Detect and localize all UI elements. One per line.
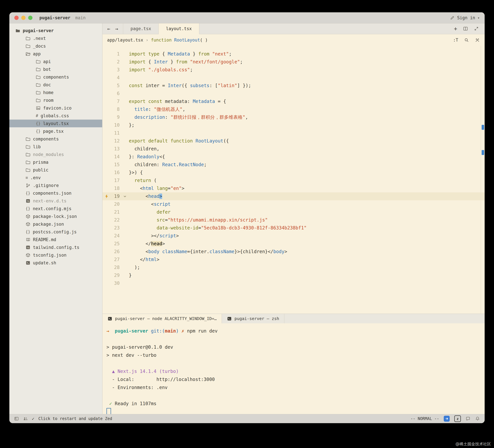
code-line-19[interactable]: 19 <head> xyxy=(102,192,485,200)
tree-item-favicon.ico[interactable]: favicon.ico xyxy=(9,104,102,112)
tree-item-pugai-server[interactable]: pugai-server xyxy=(9,27,102,35)
terminal-tab-inactive[interactable]: pugai-server — zsh xyxy=(222,314,284,323)
code-line-23[interactable]: 23 data-website-id="5ec0a18b-dcb3-4930-8… xyxy=(102,224,485,232)
zed-menu-icon[interactable]: z xyxy=(454,415,461,422)
tree-item-README.md[interactable]: README.md xyxy=(9,236,102,243)
tree-item-node_modules[interactable]: node_modules xyxy=(9,151,102,158)
code-line-28[interactable]: 28 ); xyxy=(102,264,485,271)
tree-item-prisma[interactable]: prisma xyxy=(9,158,102,166)
code-actions-icon[interactable] xyxy=(475,37,480,43)
sign-in-button[interactable]: Sign in ▾ xyxy=(450,15,480,20)
code-line-24[interactable]: 24 ></script> xyxy=(102,232,485,240)
code-line-26[interactable]: 26 <body className={inter.className}>{ch… xyxy=(102,248,485,256)
code-line-2[interactable]: 2import { Inter } from "next/font/google… xyxy=(102,58,485,66)
code-line-15[interactable]: 15 children: React.ReactNode; xyxy=(102,161,485,169)
tree-item-update.sh[interactable]: update.sh xyxy=(9,259,102,267)
tree-item-package-lock.json[interactable]: package-lock.json xyxy=(9,212,102,220)
code-line-8[interactable]: 8 title: "微信机器人", xyxy=(102,105,485,113)
tree-item-components[interactable]: components xyxy=(9,135,102,143)
code-line-3[interactable]: 3import "./globals.css"; xyxy=(102,66,485,74)
code-line-17[interactable]: 17 return ( xyxy=(102,177,485,184)
tree-item-globals.css[interactable]: #globals.css xyxy=(9,112,102,120)
tree-item-lib[interactable]: lib xyxy=(9,143,102,151)
minimize-window-button[interactable] xyxy=(21,16,25,20)
code-line-11[interactable]: 11 xyxy=(102,129,485,137)
code-line-4[interactable]: 4 xyxy=(102,74,485,82)
maximize-window-button[interactable] xyxy=(28,16,32,20)
terminal-tab-active[interactable]: pugai-server — node ALACRITTY_WINDOW_ID=… xyxy=(102,314,222,323)
code-line-13[interactable]: 13 children, xyxy=(102,145,485,153)
code-line-16[interactable]: 16}>) { xyxy=(102,169,485,177)
code-line-10[interactable]: 10}; xyxy=(102,121,485,129)
nav-forward-button[interactable]: → xyxy=(115,26,118,32)
package-icon xyxy=(25,214,30,219)
tree-item-api[interactable]: api xyxy=(9,58,102,65)
new-tab-button[interactable]: + xyxy=(454,26,457,31)
zoom-editor-icon[interactable] xyxy=(474,26,479,31)
code-editor[interactable]: 1import type { Metadata } from "next";2i… xyxy=(102,46,485,314)
code-line-1[interactable]: 1import type { Metadata } from "next"; xyxy=(102,50,485,58)
tree-item-components[interactable]: components xyxy=(9,73,102,81)
tree-item-postcss.config.js[interactable]: {}postcss.config.js xyxy=(9,228,102,236)
tree-item-label: .next xyxy=(33,36,46,41)
update-message[interactable]: Click to restart and update Zed xyxy=(38,416,112,421)
buffer-search-option-button[interactable]: :T xyxy=(453,37,458,42)
tree-item-label: api xyxy=(43,59,51,64)
tree-item-_docs[interactable]: _docs xyxy=(9,42,102,50)
tree-item-app[interactable]: app xyxy=(9,50,102,58)
breadcrumb[interactable]: app/layout.tsx › function RootLayout( ) … xyxy=(102,34,485,46)
search-icon[interactable] xyxy=(464,37,469,43)
close-window-button[interactable] xyxy=(14,16,19,20)
feedback-icon[interactable] xyxy=(466,416,470,421)
code-line-12[interactable]: 12export default function RootLayout({ xyxy=(102,137,485,145)
code-line-30[interactable]: 30 xyxy=(102,279,485,287)
code-line-7[interactable]: 7export const metadata: Metadata = { xyxy=(102,97,485,105)
code-line-18[interactable]: 18 <html lang="en"> xyxy=(102,184,485,192)
editor-scrollbar[interactable] xyxy=(481,46,485,314)
tree-item-layout.tsx[interactable]: {}layout.tsx xyxy=(9,120,102,127)
tree-item-components.json[interactable]: {}components.json xyxy=(9,189,102,197)
split-editor-icon[interactable] xyxy=(463,26,468,31)
code-line-20[interactable]: 20 <script xyxy=(102,200,485,208)
nav-back-button[interactable]: ← xyxy=(107,26,110,32)
git-icon xyxy=(25,183,30,188)
code-line-22[interactable]: 22 src="https://umami.minapp.xin/script.… xyxy=(102,216,485,224)
line-number: 27 xyxy=(114,256,120,264)
update-available-icon[interactable] xyxy=(444,416,450,422)
tree-item-.gitignore[interactable]: .gitignore xyxy=(9,182,102,189)
tab-page.tsx[interactable]: page.tsx xyxy=(123,23,159,34)
collaboration-icon[interactable] xyxy=(23,416,28,421)
tree-item-.next[interactable]: .next xyxy=(9,35,102,42)
tree-item-tailwind.config.ts[interactable]: TStailwind.config.ts xyxy=(9,243,102,251)
code-line-21[interactable]: 21 defer xyxy=(102,208,485,216)
branch-name[interactable]: main xyxy=(75,15,86,20)
panel-toggle-icon[interactable] xyxy=(14,416,19,421)
tree-item-doc[interactable]: doc xyxy=(9,81,102,89)
code-text: children, xyxy=(129,145,159,153)
tree-item-room[interactable]: room xyxy=(9,96,102,104)
tree-item-next-env.d.ts[interactable]: TSnext-env.d.ts xyxy=(9,197,102,205)
code-line-5[interactable]: 5const inter = Inter({ subsets: ["latin"… xyxy=(102,82,485,90)
code-line-14[interactable]: 14}: Readonly<{ xyxy=(102,153,485,161)
tree-item-label: bot xyxy=(43,67,51,72)
terminal-panel[interactable]: → pugai-server git:(main) ✗ npm run dev>… xyxy=(102,323,485,414)
project-name[interactable]: pugai-server xyxy=(39,15,70,20)
tree-item-home[interactable]: home xyxy=(9,89,102,96)
tree-item-public[interactable]: public xyxy=(9,166,102,174)
code-text: <head> xyxy=(129,192,162,200)
diagnostics-check-icon[interactable]: ✓ xyxy=(32,416,35,421)
notifications-bell-icon[interactable] xyxy=(475,416,480,421)
tab-layout.tsx[interactable]: layout.tsx xyxy=(159,23,199,34)
tree-item-package.json[interactable]: package.json xyxy=(9,220,102,228)
tree-item-tsconfig.json[interactable]: tsconfig.json xyxy=(9,251,102,259)
tree-item-next.config.mjs[interactable]: {}next.config.mjs xyxy=(9,205,102,212)
code-line-29[interactable]: 29} xyxy=(102,271,485,279)
code-line-27[interactable]: 27 </html> xyxy=(102,256,485,264)
code-line-9[interactable]: 9 description: "群统计日报，群积分，群多维表格", xyxy=(102,113,485,121)
code-text: import "./globals.css"; xyxy=(129,66,193,74)
code-line-6[interactable]: 6 xyxy=(102,90,485,97)
tree-item-page.tsx[interactable]: {}page.tsx xyxy=(9,127,102,135)
code-line-25[interactable]: 25 </head> xyxy=(102,240,485,248)
tree-item-.env[interactable]: ≡.env xyxy=(9,174,102,182)
tree-item-bot[interactable]: bot xyxy=(9,65,102,73)
